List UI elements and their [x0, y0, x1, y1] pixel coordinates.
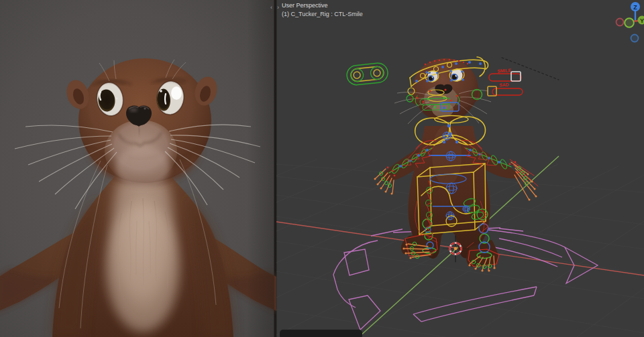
svg-text:‹: ‹	[270, 4, 272, 11]
svg-text:Z: Z	[633, 4, 637, 11]
svg-text:SMILE: SMILE	[497, 68, 512, 73]
svg-text:›: ›	[277, 4, 279, 11]
svg-text:SAD: SAD	[499, 82, 509, 88]
svg-text:Y: Y	[640, 17, 644, 24]
svg-text:(1) C_Tucker_Rig : CTL-Smile: (1) C_Tucker_Rig : CTL-Smile	[282, 11, 363, 17]
svg-text:User Perspective: User Perspective	[282, 2, 328, 9]
